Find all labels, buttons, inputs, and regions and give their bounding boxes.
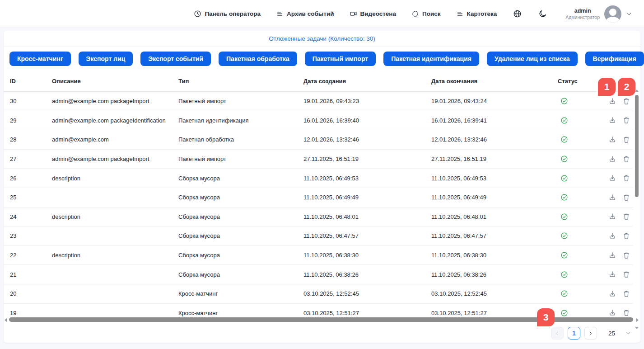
download-icon[interactable] xyxy=(608,116,616,124)
cell-actions xyxy=(592,149,633,169)
verification-button[interactable]: Верификация xyxy=(585,52,644,66)
cell-id: 20 xyxy=(4,284,46,303)
download-icon[interactable] xyxy=(608,232,616,240)
user-info: admin Администратор xyxy=(565,8,600,20)
theme-toggle-button[interactable] xyxy=(537,9,547,19)
download-icon[interactable] xyxy=(608,309,616,317)
cell-id: 21 xyxy=(4,265,46,284)
success-check-icon xyxy=(560,271,568,278)
success-check-icon xyxy=(560,136,568,143)
nav-item-label: Поиск xyxy=(422,10,441,17)
page-size-select[interactable]: 25 xyxy=(608,330,631,337)
trash-icon[interactable] xyxy=(622,116,630,124)
download-icon[interactable] xyxy=(608,155,616,163)
nav-item-video-wall[interactable]: Видеостена xyxy=(350,10,396,18)
cell-actions xyxy=(592,284,633,303)
nav-item-event-archive[interactable]: Архив событий xyxy=(276,10,334,18)
table-row: 29 admin@example.com packageIdentificati… xyxy=(4,111,633,130)
chevron-down-icon xyxy=(626,11,632,17)
cell-description: admin@example.com xyxy=(46,130,172,150)
cell-id: 27 xyxy=(4,149,46,169)
batch-identification-button[interactable]: Пакетная идентификация xyxy=(383,52,479,66)
column-header-id: ID xyxy=(4,71,46,92)
download-icon[interactable] xyxy=(608,290,616,298)
cell-type: Сборка мусора xyxy=(172,265,297,284)
download-icon[interactable] xyxy=(608,97,616,105)
trash-icon[interactable] xyxy=(622,290,630,298)
cell-status xyxy=(551,111,592,130)
cell-actions xyxy=(592,169,633,188)
download-icon[interactable] xyxy=(608,136,616,144)
annotation-badge-2: 2 xyxy=(618,78,635,96)
trash-icon[interactable] xyxy=(622,193,630,202)
table-row: 26 description Сборка мусора 11.10.2025,… xyxy=(4,169,633,188)
language-globe-button[interactable] xyxy=(512,9,522,19)
cell-type: Сборка мусора xyxy=(172,207,297,226)
success-check-icon xyxy=(560,155,568,163)
user-menu[interactable]: admin Администратор xyxy=(563,5,632,23)
trash-icon[interactable] xyxy=(622,136,630,144)
tasks-table: ID Описание Тип Дата создания Дата оконч… xyxy=(4,71,633,322)
scroll-up-arrow-icon[interactable] xyxy=(635,90,639,92)
nav-item-operator-panel[interactable]: Панель оператора xyxy=(194,10,261,18)
table-row: 28 admin@example.com Пакетная обработка … xyxy=(4,130,633,150)
cell-id: 26 xyxy=(4,169,46,188)
previous-page-button[interactable] xyxy=(551,327,564,340)
column-header-status: Статус xyxy=(551,71,592,92)
cell-created: 03.10.2025, 12:52:45 xyxy=(297,284,425,303)
cell-status xyxy=(551,245,592,265)
table-row: 25 Сборка мусора 11.10.2025, 06:49:49 11… xyxy=(4,188,633,207)
download-icon[interactable] xyxy=(608,174,616,182)
video-camera-icon xyxy=(350,10,357,18)
trash-icon[interactable] xyxy=(622,270,630,278)
column-header-finished: Дата окончания xyxy=(425,71,551,92)
remove-faces-from-list-button[interactable]: Удаление лиц из списка xyxy=(487,52,578,66)
list-icon xyxy=(276,10,284,18)
cell-id: 25 xyxy=(4,188,46,207)
next-page-button[interactable] xyxy=(584,327,597,340)
cross-matching-button[interactable]: Кросс-матчинг xyxy=(9,52,71,66)
nav-item-label: Архив событий xyxy=(287,10,334,17)
scroll-left-arrow-icon[interactable] xyxy=(5,318,7,322)
success-check-icon xyxy=(560,290,568,297)
cell-description: admin@example.com packageIdentification xyxy=(46,111,172,130)
vertical-scrollbar[interactable] xyxy=(635,90,639,316)
export-faces-button[interactable]: Экспорт лиц xyxy=(79,52,133,66)
table-row: 22 description Сборка мусора 11.10.2025,… xyxy=(4,245,633,265)
nav-item-label: Панель оператора xyxy=(205,10,261,17)
cell-status xyxy=(551,284,592,303)
cell-actions xyxy=(592,245,633,265)
current-page-button[interactable]: 1 xyxy=(568,327,580,340)
download-icon[interactable] xyxy=(608,193,616,202)
cell-finished: 16.01.2026, 16:39:41 xyxy=(425,111,551,130)
cell-actions xyxy=(592,188,633,207)
task-actions-toolbar: Кросс-матчинг Экспорт лиц Экспорт событи… xyxy=(9,52,644,66)
trash-icon[interactable] xyxy=(622,174,630,182)
trash-icon[interactable] xyxy=(622,155,630,163)
cell-description xyxy=(46,284,172,303)
vertical-scrollbar-thumb[interactable] xyxy=(635,95,639,197)
cell-id: 29 xyxy=(4,111,46,130)
trash-icon[interactable] xyxy=(622,309,630,317)
trash-icon[interactable] xyxy=(622,251,630,259)
nav-item-card-index[interactable]: Картотека xyxy=(456,10,497,18)
trash-icon[interactable] xyxy=(622,212,630,221)
success-check-icon xyxy=(560,232,568,240)
cell-finished: 11.10.2025, 06:47:57 xyxy=(425,226,551,246)
download-icon[interactable] xyxy=(608,270,616,278)
batch-import-button[interactable]: Пакетный импорт xyxy=(305,52,376,66)
export-events-button[interactable]: Экспорт событий xyxy=(140,52,211,66)
nav-item-search[interactable]: Поиск xyxy=(411,10,441,18)
scroll-down-arrow-icon[interactable] xyxy=(635,327,639,329)
download-icon[interactable] xyxy=(608,212,616,221)
trash-icon[interactable] xyxy=(622,232,630,240)
success-check-icon xyxy=(560,309,568,317)
trash-icon[interactable] xyxy=(622,97,630,105)
cell-id: 28 xyxy=(4,130,46,150)
cell-description: admin@example.com packageImport xyxy=(46,149,172,169)
scroll-right-arrow-icon[interactable] xyxy=(636,318,639,322)
page-size-value: 25 xyxy=(608,330,615,337)
download-icon[interactable] xyxy=(608,251,616,259)
chevron-right-icon xyxy=(588,330,593,336)
batch-processing-button[interactable]: Пакетная обработка xyxy=(219,52,297,66)
